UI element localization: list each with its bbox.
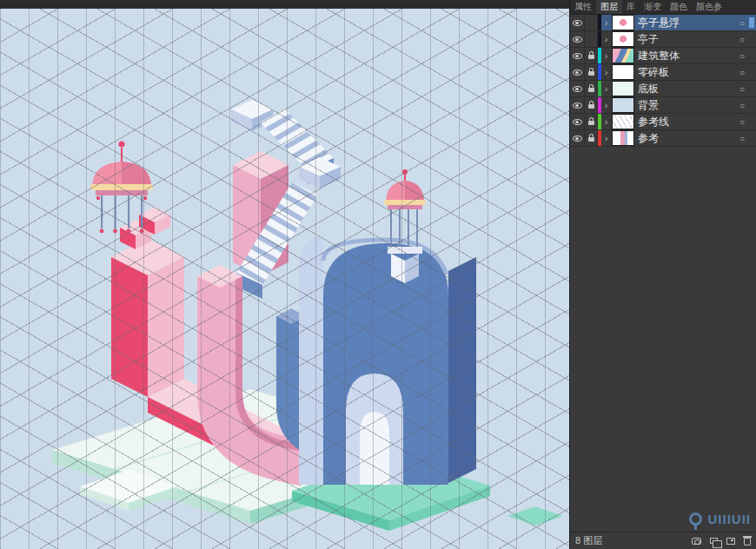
- selection-indicator: [749, 17, 754, 28]
- layer-thumbnail[interactable]: [613, 98, 633, 112]
- eye-icon: [573, 36, 582, 43]
- layer-name[interactable]: 建筑整体: [638, 49, 739, 63]
- lock-toggle[interactable]: [585, 130, 598, 146]
- illustrator-window: 属性 图层 库 渐变 颜色 颜色参 › 亭子悬浮 ○ › 亭子 ○: [0, 0, 756, 549]
- make-mask-icon[interactable]: [692, 538, 701, 545]
- layer-name[interactable]: 背景: [638, 98, 739, 113]
- layer-thumbnail[interactable]: [613, 65, 633, 79]
- lock-toggle[interactable]: [585, 31, 598, 47]
- expand-arrow-icon[interactable]: ›: [601, 35, 611, 44]
- layer-row-1[interactable]: › 亭子悬浮 ○: [570, 15, 756, 31]
- layer-list: › 亭子悬浮 ○ › 亭子 ○ › 建筑整体 ○: [570, 15, 756, 147]
- layer-thumbnail[interactable]: [613, 115, 633, 129]
- target-circle-icon[interactable]: ○: [739, 68, 745, 77]
- eye-icon: [573, 119, 582, 125]
- eye-icon: [573, 86, 582, 92]
- panel-tab-1[interactable]: 属性: [570, 0, 596, 14]
- delete-layer-icon[interactable]: [744, 538, 751, 546]
- visibility-toggle[interactable]: [570, 48, 585, 63]
- lock-toggle[interactable]: [585, 15, 598, 30]
- layer-row-2[interactable]: › 亭子 ○: [570, 31, 756, 48]
- panel-bottom-bar: 8 图层: [570, 532, 756, 549]
- layer-row-5[interactable]: › 底板 ○: [570, 81, 756, 97]
- lock-icon: [588, 71, 594, 76]
- watermark-text: UIIIUII: [707, 512, 751, 526]
- lock-icon: [588, 55, 594, 59]
- visibility-toggle[interactable]: [570, 130, 585, 146]
- layer-thumbnail[interactable]: [613, 16, 633, 30]
- layers-panel: 属性 图层 库 渐变 颜色 颜色参 › 亭子悬浮 ○ › 亭子 ○: [569, 0, 756, 549]
- visibility-toggle[interactable]: [570, 97, 585, 113]
- layer-name[interactable]: 亭子: [638, 32, 739, 47]
- visibility-toggle[interactable]: [570, 81, 585, 96]
- panel-tab-5[interactable]: 颜色: [666, 0, 692, 14]
- target-circle-icon[interactable]: ○: [739, 51, 745, 61]
- target-circle-icon[interactable]: ○: [739, 35, 745, 44]
- layer-row-7[interactable]: › 参考线 ○: [570, 114, 756, 130]
- layer-name[interactable]: 底板: [638, 82, 739, 96]
- panel-tab-3[interactable]: 库: [622, 0, 640, 14]
- target-circle-icon[interactable]: ○: [739, 84, 745, 94]
- expand-arrow-icon[interactable]: ›: [601, 68, 611, 77]
- expand-arrow-icon[interactable]: ›: [601, 51, 611, 61]
- new-layer-icon[interactable]: [726, 538, 735, 545]
- lock-icon: [588, 121, 594, 125]
- target-circle-icon[interactable]: ○: [739, 101, 745, 110]
- target-circle-icon[interactable]: ○: [739, 18, 745, 28]
- arch-building[interactable]: [299, 235, 476, 485]
- visibility-toggle[interactable]: [570, 64, 585, 80]
- bottom-icons: [692, 536, 751, 546]
- layer-name[interactable]: 参考: [638, 131, 739, 146]
- lock-toggle[interactable]: [585, 97, 598, 113]
- layer-name[interactable]: 零碎板: [638, 65, 739, 80]
- expand-arrow-icon[interactable]: ›: [601, 117, 611, 127]
- lock-toggle[interactable]: [585, 81, 598, 96]
- lock-toggle[interactable]: [585, 114, 598, 129]
- layer-thumbnail[interactable]: [613, 49, 633, 63]
- layer-row-3[interactable]: › 建筑整体 ○: [570, 48, 756, 64]
- eye-icon: [573, 69, 582, 76]
- lock-icon: [588, 88, 594, 92]
- layer-thumbnail[interactable]: [613, 131, 633, 145]
- expand-arrow-icon[interactable]: ›: [601, 18, 611, 28]
- uiiiuii-logo-icon: [689, 513, 702, 526]
- panel-tab-6[interactable]: 颜色参: [692, 0, 726, 14]
- artwork-svg[interactable]: [0, 0, 569, 549]
- lock-toggle[interactable]: [585, 64, 598, 80]
- expand-arrow-icon[interactable]: ›: [601, 134, 611, 143]
- layer-count: 8 图层: [575, 534, 602, 547]
- layer-row-4[interactable]: › 零碎板 ○: [570, 64, 756, 81]
- visibility-toggle[interactable]: [570, 15, 585, 30]
- eye-icon: [573, 136, 582, 142]
- new-sublayer-icon[interactable]: [710, 538, 718, 544]
- visibility-toggle[interactable]: [570, 114, 585, 129]
- panel-tab-bar: 属性 图层 库 渐变 颜色 颜色参: [570, 0, 756, 15]
- target-circle-icon[interactable]: ○: [739, 134, 745, 143]
- uiiiuii-watermark: UIIIUII: [689, 512, 751, 526]
- eye-icon: [573, 53, 582, 59]
- layer-row-6[interactable]: › 背景 ○: [570, 97, 756, 114]
- eye-icon: [573, 103, 582, 109]
- lock-icon: [588, 137, 594, 142]
- expand-arrow-icon[interactable]: ›: [601, 84, 611, 94]
- layer-row-8[interactable]: › 参考 ○: [570, 130, 756, 147]
- canvas-area[interactable]: [0, 0, 569, 549]
- visibility-toggle[interactable]: [570, 31, 585, 47]
- panel-tab-2[interactable]: 图层: [596, 0, 622, 14]
- eye-icon: [573, 20, 582, 26]
- target-circle-icon[interactable]: ○: [739, 117, 745, 127]
- lock-toggle[interactable]: [585, 48, 598, 63]
- expand-arrow-icon[interactable]: ›: [601, 101, 611, 110]
- panel-tab-4[interactable]: 渐变: [640, 0, 666, 14]
- canvas-top-edge: [0, 0, 569, 9]
- lock-icon: [588, 104, 594, 109]
- layer-name[interactable]: 亭子悬浮: [638, 16, 739, 30]
- layer-thumbnail[interactable]: [613, 32, 633, 46]
- layer-thumbnail[interactable]: [613, 82, 633, 96]
- layer-name[interactable]: 参考线: [638, 115, 739, 129]
